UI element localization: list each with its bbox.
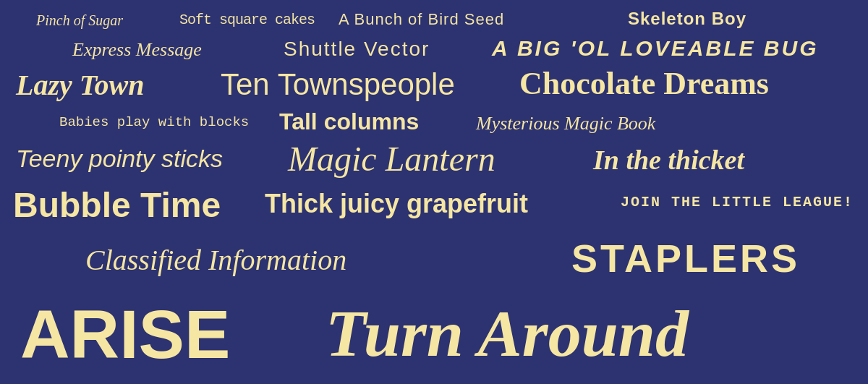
bubble-time: Bubble Time — [13, 188, 221, 223]
bunch-of-bird-seed: A Bunch of Bird Seed — [339, 12, 504, 27]
arise: ARISE — [20, 300, 230, 369]
big-ol-loveable-bug: A BIG 'OL LOVEABLE BUG — [492, 38, 819, 59]
magic-lantern: Magic Lantern — [288, 142, 495, 176]
tall-columns: Tall columns — [279, 110, 419, 133]
staplers: STAPLERS — [571, 239, 800, 278]
ten-townspeople: Ten Townspeople — [221, 69, 455, 100]
shuttle-vector: Shuttle Vector — [284, 39, 430, 59]
soft-square-cakes: Soft square cakes — [179, 13, 315, 27]
thick-juicy-grapefruit: Thick juicy grapefruit — [265, 191, 528, 217]
lazy-town: Lazy Town — [16, 71, 144, 100]
font-showcase: Pinch of Sugar Soft square cakes A Bunch… — [0, 0, 868, 384]
mysterious-magic-book: Mysterious Magic Book — [476, 114, 655, 133]
babies-play: Babies play with blocks — [59, 116, 249, 129]
teeny-pointy-sticks: Teeny pointy sticks — [16, 146, 223, 171]
in-the-thicket: In the thicket — [593, 146, 744, 174]
pinch-of-sugar: Pinch of Sugar — [36, 13, 123, 27]
join-little-league: JOIN THE LITTLE LEAGUE! — [621, 195, 854, 210]
turn-around: Turn Around — [326, 300, 689, 367]
skeleton-boy: Skeleton Boy — [628, 10, 746, 27]
classified-information: Classified Information — [85, 246, 346, 275]
chocolate-dreams: Chocolate Dreams — [519, 68, 769, 100]
express-message: Express Message — [72, 40, 202, 59]
